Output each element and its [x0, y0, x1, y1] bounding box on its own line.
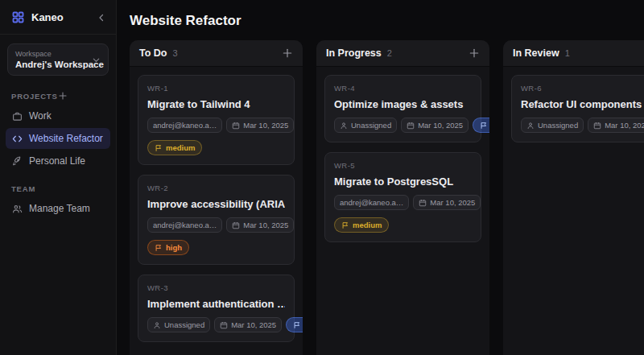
task-card-wr-2[interactable]: WR-2 Improve accessibility (ARIA) andrej… [138, 175, 295, 265]
briefcase-icon [12, 111, 23, 122]
task-priority-row: medium [147, 140, 285, 155]
sidebar: Kaneo Workspace Andrej's Workspace PROJE… [0, 0, 117, 355]
task-id: WR-4 [334, 84, 472, 93]
add-card-button[interactable] [469, 47, 480, 59]
column-body: WR-1 Migrate to Tailwind 4 andrej@kaneo.… [130, 67, 303, 355]
sidebar-header: Kaneo [0, 0, 116, 35]
sidebar-item-label: Website Refactor [29, 133, 103, 144]
priority-badge: medium [147, 140, 202, 155]
team-section-header: TEAM [0, 184, 116, 193]
task-priority-row: medium [334, 217, 472, 233]
priority-badge: medium [334, 217, 389, 233]
column-body: WR-4 Optimize images & assets Unassigned… [316, 67, 489, 355]
task-title: Optimize images & assets [334, 98, 472, 110]
calendar-icon [407, 122, 415, 130]
calendar-icon [593, 122, 601, 130]
code-icon [12, 134, 23, 144]
rocket-icon [12, 156, 23, 167]
column-name: In Review [513, 47, 559, 59]
flag-icon [480, 122, 488, 130]
task-meta-row: andrej@kaneo.a… Mar 10, 2025 [147, 118, 285, 133]
sidebar-item-personal-life[interactable]: Personal Life [6, 151, 110, 171]
kaneo-logo-icon [11, 10, 25, 24]
task-title: Migrate to Tailwind 4 [147, 98, 285, 110]
due-date-chip: Mar 10, 2025 [588, 118, 644, 133]
sidebar-item-label: Manage Team [29, 203, 90, 214]
assignee-chip: andrej@kaneo.a… [147, 217, 222, 233]
task-id: WR-6 [521, 84, 644, 93]
task-id: WR-2 [147, 184, 285, 192]
column-count: 1 [565, 48, 644, 58]
app-title: Kaneo [31, 11, 90, 23]
column-in-progress: In Progress 2 WR-4 Optimize images & ass… [316, 40, 489, 355]
users-icon [12, 204, 23, 214]
priority-badge: low [473, 118, 489, 133]
sidebar-item-website-refactor[interactable]: Website Refactor [6, 128, 110, 149]
calendar-icon [232, 221, 240, 229]
task-title: Refactor UI components [521, 98, 644, 110]
task-meta-row: Unassigned Mar 10, 2025 low [521, 118, 644, 133]
task-id: WR-3 [147, 283, 285, 292]
page-title: Website Refactor [117, 0, 644, 40]
task-meta-row: Unassigned Mar 10, 2025 low [334, 118, 472, 133]
task-card-wr-4[interactable]: WR-4 Optimize images & assets Unassigned… [324, 75, 481, 142]
calendar-icon [232, 122, 240, 130]
flag-icon [155, 244, 163, 252]
add-project-button[interactable] [58, 91, 105, 101]
main-content: Website Refactor To Do 3 WR-1 Migrate to… [117, 0, 644, 355]
calendar-icon [419, 199, 427, 207]
workspace-value: Andrej's Workspace [15, 60, 92, 69]
task-card-wr-3[interactable]: WR-3 Implement authentication … Unassign… [138, 275, 295, 342]
collapse-sidebar-icon[interactable] [97, 13, 106, 23]
flag-icon [293, 321, 301, 329]
assignee-chip: andrej@kaneo.a… [147, 118, 222, 133]
due-date-chip: Mar 10, 2025 [226, 118, 294, 133]
chevron-down-icon [92, 56, 101, 64]
column-body: WR-6 Refactor UI components Unassigned M… [503, 67, 644, 355]
assignee-chip: andrej@kaneo.a… [334, 195, 409, 210]
workspace-text: Workspace Andrej's Workspace [15, 50, 92, 69]
workspace-label: Workspace [15, 50, 92, 58]
assignee-chip: Unassigned [521, 118, 584, 133]
column-header: In Review 1 [503, 40, 644, 67]
user-icon [340, 122, 348, 130]
column-header: In Progress 2 [316, 40, 489, 67]
due-date-chip: Mar 10, 2025 [214, 317, 282, 332]
column-todo: To Do 3 WR-1 Migrate to Tailwind 4 andre… [130, 40, 303, 355]
column-in-review: In Review 1 WR-6 Refactor UI components … [503, 40, 644, 355]
task-title: Implement authentication … [147, 298, 285, 310]
priority-badge: low [286, 317, 303, 332]
task-title: Migrate to PostgresSQL [334, 175, 472, 188]
column-header: To Do 3 [130, 40, 303, 67]
add-card-button[interactable] [282, 47, 293, 59]
priority-badge: high [147, 240, 189, 255]
assignee-chip: Unassigned [147, 317, 210, 332]
task-card-wr-1[interactable]: WR-1 Migrate to Tailwind 4 andrej@kaneo.… [138, 75, 295, 165]
column-count: 3 [172, 48, 276, 58]
sidebar-item-label: Personal Life [29, 155, 85, 167]
sidebar-item-work[interactable]: Work [6, 105, 110, 126]
task-id: WR-5 [334, 161, 472, 170]
calendar-icon [220, 321, 228, 329]
task-card-wr-5[interactable]: WR-5 Migrate to PostgresSQL andrej@kaneo… [324, 152, 481, 242]
projects-section-label: PROJECTS [11, 92, 58, 101]
user-icon [526, 122, 535, 130]
due-date-chip: Mar 10, 2025 [226, 217, 294, 233]
user-icon [153, 321, 161, 329]
task-priority-row: high [147, 240, 285, 255]
sidebar-item-label: Work [29, 110, 52, 122]
due-date-chip: Mar 10, 2025 [413, 195, 481, 210]
task-meta-row: andrej@kaneo.a… Mar 10, 2025 [147, 217, 285, 233]
sidebar-item-manage-team[interactable]: Manage Team [6, 198, 110, 219]
task-title: Improve accessibility (ARIA) [147, 198, 285, 210]
projects-section-header: PROJECTS [0, 91, 116, 101]
column-name: To Do [139, 47, 167, 59]
task-card-wr-6[interactable]: WR-6 Refactor UI components Unassigned M… [511, 75, 644, 142]
task-id: WR-1 [147, 84, 285, 93]
due-date-chip: Mar 10, 2025 [401, 118, 469, 133]
workspace-selector[interactable]: Workspace Andrej's Workspace [7, 43, 109, 76]
team-section-label: TEAM [11, 184, 105, 193]
kanban-board: To Do 3 WR-1 Migrate to Tailwind 4 andre… [117, 40, 644, 355]
task-meta-row: andrej@kaneo.a… Mar 10, 2025 [334, 195, 472, 210]
assignee-chip: Unassigned [334, 118, 397, 133]
